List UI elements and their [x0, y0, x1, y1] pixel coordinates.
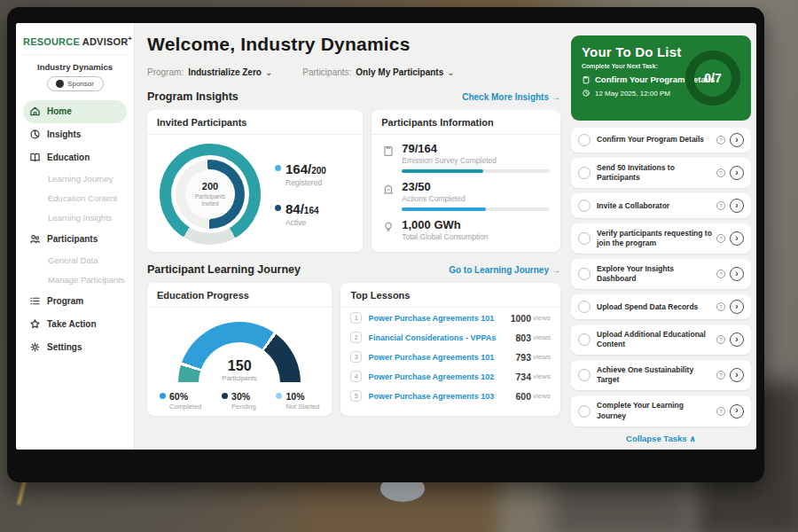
- sponsor-label: Sponsor: [67, 80, 94, 88]
- gauge-center-label: Participants: [173, 374, 306, 382]
- sidebar-item-education-content[interactable]: Education Content: [23, 189, 127, 208]
- task-row[interactable]: Upload Additional Educational Content ? …: [571, 325, 751, 355]
- logo-plus: +: [128, 35, 132, 43]
- lesson-link[interactable]: Financial Considerations - VPPAs: [368, 333, 515, 342]
- task-checkbox[interactable]: [578, 232, 591, 245]
- clock-icon: [582, 89, 591, 98]
- task-checkbox[interactable]: [578, 200, 591, 212]
- stat-actions: 23/50 Actions Completed: [372, 173, 560, 211]
- task-label: Invite a Collaborator: [597, 201, 712, 211]
- lesson-row: 3 Power Purchase Agreements 101 793views: [340, 347, 560, 366]
- legend-dot: [275, 165, 281, 171]
- education-gauge-chart: 150 Participants: [173, 318, 306, 382]
- sidebar-item-participants[interactable]: Participants: [23, 228, 127, 251]
- chevron-right-button[interactable]: ›: [730, 133, 744, 147]
- chevron-right-button[interactable]: ›: [730, 199, 744, 213]
- info-icon[interactable]: ?: [716, 136, 725, 145]
- task-checkbox[interactable]: [578, 369, 591, 381]
- lesson-link[interactable]: Power Purchase Agreements 101: [368, 314, 510, 323]
- task-row[interactable]: Confirm Your Program Details ? ›: [571, 128, 751, 153]
- stat-emission-survey: 79/164 Emission Survey Completed: [372, 135, 560, 173]
- chevron-right-button[interactable]: ›: [730, 368, 744, 382]
- sidebar-item-manage-participants[interactable]: Manage Participants: [23, 270, 127, 290]
- legend-pct: 10%: [286, 391, 319, 402]
- collapse-tasks-link[interactable]: Collapse Tasks ∧: [571, 434, 751, 443]
- task-checkbox[interactable]: [578, 333, 591, 346]
- program-filter[interactable]: Program:Industrialize Zero⌄: [147, 63, 272, 79]
- gauge-center: 150 Participants: [173, 358, 306, 382]
- task-checkbox[interactable]: [578, 167, 591, 179]
- card-title: Invited Participants: [147, 110, 363, 135]
- go-to-learning-journey-link[interactable]: Go to Learning Journey→: [449, 265, 560, 275]
- legend-label: Active: [286, 218, 326, 227]
- lesson-link[interactable]: Power Purchase Agreements 103: [368, 392, 515, 401]
- page-title: Welcome, Industry Dynamics: [147, 34, 560, 55]
- info-icon[interactable]: ?: [716, 270, 725, 278]
- info-icon[interactable]: ?: [716, 407, 725, 416]
- donut-center-value: 200: [202, 181, 218, 192]
- info-icon[interactable]: ?: [716, 302, 725, 311]
- sponsor-badge[interactable]: Sponsor: [47, 76, 104, 91]
- card-title: Participants Information: [372, 110, 560, 135]
- info-icon[interactable]: ?: [716, 234, 725, 243]
- info-icon[interactable]: ?: [716, 168, 725, 177]
- lesson-rank: 1: [350, 312, 362, 324]
- sidebar-item-label: Program: [47, 296, 83, 306]
- sidebar-item-education[interactable]: Education: [23, 146, 127, 169]
- photo-scene: RESOURCE ADVISOR+ Industry Dynamics Spon…: [0, 0, 798, 532]
- sidebar-item-label: Education: [47, 153, 90, 162]
- sidebar-item-settings[interactable]: Settings: [23, 336, 127, 359]
- stat-value: 79/164: [402, 142, 550, 155]
- participants-filter[interactable]: Participants:Only My Participants⌄: [302, 63, 454, 79]
- sidebar-item-home[interactable]: Home: [23, 100, 127, 123]
- lesson-views: 600: [515, 391, 531, 402]
- task-row[interactable]: Complete Your Learning Journey ? ›: [571, 395, 751, 426]
- chevron-right-button[interactable]: ›: [730, 166, 744, 180]
- views-suffix: views: [533, 392, 551, 400]
- lesson-link[interactable]: Power Purchase Agreements 101: [368, 353, 515, 362]
- task-list: Confirm Your Program Details ? › Send 50…: [571, 128, 751, 426]
- task-row[interactable]: Upload Spend Data Records ? ›: [571, 294, 751, 319]
- task-row[interactable]: Send 50 Invitations to Participants ? ›: [571, 158, 751, 188]
- lesson-link[interactable]: Power Purchase Agreements 102: [368, 372, 515, 381]
- progress-track: [402, 207, 550, 211]
- sidebar-item-general-data[interactable]: General Data: [23, 251, 127, 270]
- info-icon[interactable]: ?: [716, 335, 725, 344]
- task-row[interactable]: Invite a Collaborator ? ›: [571, 193, 751, 218]
- task-row[interactable]: Explore Your Insights Dashboard ? ›: [571, 259, 751, 289]
- section-title: Participant Learning Journey: [147, 263, 301, 276]
- info-icon[interactable]: ?: [716, 371, 725, 379]
- sidebar-item-label: Participants: [47, 234, 98, 244]
- task-checkbox[interactable]: [578, 301, 591, 313]
- chevron-right-button[interactable]: ›: [730, 404, 744, 419]
- lesson-row: 4 Power Purchase Agreements 102 734views: [340, 366, 560, 386]
- task-checkbox[interactable]: [578, 134, 591, 146]
- task-checkbox[interactable]: [578, 268, 591, 280]
- task-checkbox[interactable]: [578, 405, 591, 418]
- sidebar-item-program[interactable]: Program: [23, 290, 127, 313]
- legend-pct: 60%: [169, 391, 201, 402]
- donut-gap: 200 Participants Invited: [171, 155, 249, 233]
- chevron-right-button[interactable]: ›: [730, 231, 744, 246]
- legend-completed: 60% Completed: [160, 391, 201, 411]
- check-more-insights-link[interactable]: Check More Insights→: [462, 92, 560, 102]
- info-icon[interactable]: ?: [716, 201, 725, 210]
- task-row[interactable]: Verify participants requesting to join t…: [571, 223, 751, 254]
- sidebar-item-take-action[interactable]: Take Action: [23, 313, 127, 336]
- chevron-right-button[interactable]: ›: [730, 300, 744, 314]
- sidebar-item-learning-journey[interactable]: Learning Journey: [23, 169, 127, 189]
- insights-icon: [29, 129, 41, 140]
- legend-label: Completed: [169, 403, 201, 411]
- clipboard-icon: [382, 145, 395, 157]
- chevron-right-button[interactable]: ›: [730, 332, 744, 347]
- chevron-down-icon: ⌄: [447, 67, 454, 77]
- participants-filter-label: Participants:: [302, 67, 351, 77]
- task-row[interactable]: Achieve One Sustainability Target ? ›: [571, 360, 751, 390]
- progress-track: [402, 169, 550, 173]
- stat-label: Actions Completed: [402, 194, 550, 203]
- clipboard-icon: [582, 75, 591, 84]
- sidebar-item-insights[interactable]: Insights: [23, 123, 127, 146]
- filter-bar: Program:Industrialize Zero⌄ Participants…: [147, 63, 560, 79]
- chevron-right-button[interactable]: ›: [730, 267, 744, 281]
- sidebar-item-learning-insights[interactable]: Learning Insights: [23, 208, 127, 228]
